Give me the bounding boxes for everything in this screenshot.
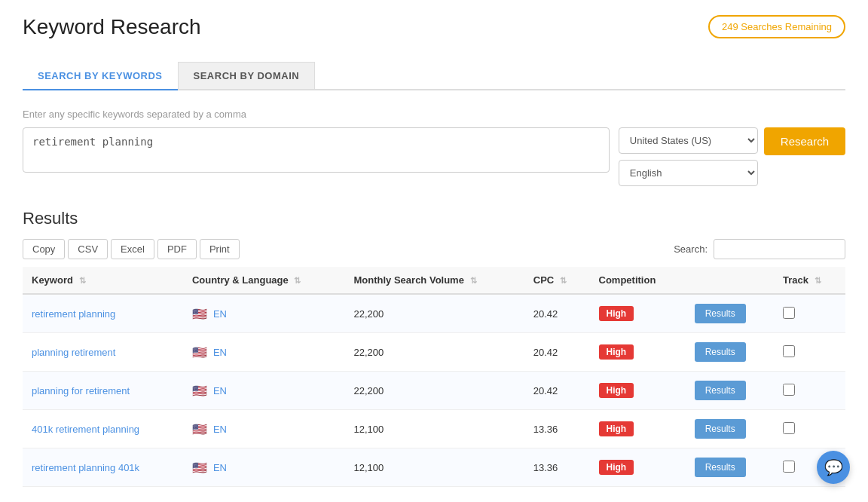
- results-button[interactable]: Results: [695, 419, 746, 439]
- col-country-language: Country & Language ⇅: [183, 267, 345, 294]
- cell-action: Results: [686, 448, 774, 487]
- search-tabs: SEARCH BY KEYWORDS SEARCH BY DOMAIN: [23, 62, 845, 90]
- cell-track: [774, 333, 845, 372]
- table-row: planning for retirement 🇺🇸 EN 22,200 20.…: [23, 372, 845, 410]
- cell-volume: 22,200: [345, 333, 524, 372]
- competition-badge: High: [599, 383, 634, 398]
- chat-icon: 💬: [824, 458, 843, 476]
- track-checkbox[interactable]: [783, 307, 795, 319]
- results-button[interactable]: Results: [695, 458, 746, 477]
- results-button[interactable]: Results: [695, 304, 746, 323]
- cell-track: [774, 372, 845, 410]
- page-title: Keyword Research: [23, 15, 201, 39]
- track-checkbox[interactable]: [783, 461, 795, 473]
- competition-badge: High: [599, 306, 634, 321]
- col-monthly-search-volume: Monthly Search Volume ⇅: [345, 267, 524, 294]
- cell-keyword: planning for retirement: [23, 372, 183, 410]
- cell-action: Results: [686, 410, 774, 448]
- print-button[interactable]: Print: [200, 239, 240, 259]
- track-checkbox[interactable]: [783, 384, 795, 396]
- search-row: retirement planning United States (US) U…: [23, 127, 845, 186]
- country-select[interactable]: United States (US) United Kingdom (UK) C…: [619, 127, 758, 154]
- language-select[interactable]: English French Spanish German: [619, 160, 758, 186]
- cell-keyword: retirement planning 401k: [23, 448, 183, 487]
- cell-competition: High: [590, 448, 686, 487]
- results-button[interactable]: Results: [695, 381, 746, 400]
- cell-cpc: 20.42: [524, 333, 590, 372]
- flag-icon: 🇺🇸: [192, 461, 207, 475]
- cell-country-language: 🇺🇸 EN: [183, 372, 345, 410]
- tab-search-by-domain[interactable]: SEARCH BY DOMAIN: [178, 62, 316, 89]
- search-description: Enter any specific keywords separated by…: [23, 109, 845, 120]
- search-controls: United States (US) United Kingdom (UK) C…: [619, 127, 845, 186]
- lang-code: EN: [213, 385, 227, 396]
- results-toolbar: Copy CSV Excel PDF Print Search:: [23, 239, 845, 259]
- keyword-link[interactable]: planning retirement: [32, 347, 115, 358]
- chat-bubble[interactable]: 💬: [817, 451, 850, 484]
- cell-country-language: 🇺🇸 EN: [183, 448, 345, 487]
- table-row: retirement planning 401k 🇺🇸 EN 12,100 13…: [23, 448, 845, 487]
- keyword-link[interactable]: 401k retirement planning: [32, 424, 139, 435]
- cell-competition: High: [590, 410, 686, 448]
- col-keyword: Keyword ⇅: [23, 267, 183, 294]
- competition-badge: High: [599, 460, 634, 475]
- searches-remaining-badge: 249 Searches Remaining: [708, 15, 845, 38]
- copy-button[interactable]: Copy: [23, 239, 65, 259]
- results-title: Results: [23, 209, 845, 228]
- results-button[interactable]: Results: [695, 342, 746, 362]
- cell-cpc: 13.36: [524, 448, 590, 487]
- search-label: Search:: [674, 243, 708, 255]
- cell-keyword: retirement planning: [23, 294, 183, 333]
- table-row: retirement planning 🇺🇸 EN 22,200 20.42 H…: [23, 294, 845, 333]
- excel-button[interactable]: Excel: [111, 239, 154, 259]
- table-header-row: Keyword ⇅ Country & Language ⇅ Monthly S…: [23, 267, 845, 294]
- cell-country-language: 🇺🇸 EN: [183, 333, 345, 372]
- cell-action: Results: [686, 333, 774, 372]
- pdf-button[interactable]: PDF: [157, 239, 197, 259]
- cell-competition: High: [590, 372, 686, 410]
- col-track: Track ⇅: [774, 267, 845, 294]
- cell-volume: 12,100: [345, 410, 524, 448]
- col-competition: Competition: [590, 267, 686, 294]
- flag-icon: 🇺🇸: [192, 307, 207, 321]
- col-cpc: CPC ⇅: [524, 267, 590, 294]
- flag-icon: 🇺🇸: [192, 384, 207, 398]
- cell-cpc: 20.42: [524, 294, 590, 333]
- export-buttons: Copy CSV Excel PDF Print: [23, 239, 240, 259]
- col-action: [686, 267, 774, 294]
- keyword-input[interactable]: retirement planning: [23, 127, 610, 173]
- track-checkbox[interactable]: [783, 345, 795, 357]
- keyword-link[interactable]: retirement planning 401k: [32, 462, 139, 473]
- competition-badge: High: [599, 421, 634, 436]
- cell-cpc: 13.36: [524, 410, 590, 448]
- lang-code: EN: [213, 308, 227, 320]
- cell-country-language: 🇺🇸 EN: [183, 294, 345, 333]
- cell-volume: 22,200: [345, 372, 524, 410]
- cell-action: Results: [686, 294, 774, 333]
- cell-action: Results: [686, 372, 774, 410]
- cell-cpc: 20.42: [524, 372, 590, 410]
- competition-badge: High: [599, 344, 634, 360]
- flag-icon: 🇺🇸: [192, 422, 207, 436]
- cell-track: [774, 410, 845, 448]
- cell-keyword: 401k retirement planning: [23, 410, 183, 448]
- flag-icon: 🇺🇸: [192, 345, 207, 360]
- cell-volume: 12,100: [345, 448, 524, 487]
- lang-code: EN: [213, 347, 227, 358]
- lang-code: EN: [213, 424, 227, 435]
- cell-competition: High: [590, 333, 686, 372]
- results-table: Keyword ⇅ Country & Language ⇅ Monthly S…: [23, 267, 845, 487]
- cell-competition: High: [590, 294, 686, 333]
- table-row: planning retirement 🇺🇸 EN 22,200 20.42 H…: [23, 333, 845, 372]
- lang-code: EN: [213, 462, 227, 473]
- csv-button[interactable]: CSV: [68, 239, 108, 259]
- tab-search-by-keywords[interactable]: SEARCH BY KEYWORDS: [23, 62, 178, 90]
- track-checkbox[interactable]: [783, 422, 795, 434]
- keyword-link[interactable]: retirement planning: [32, 308, 115, 320]
- table-search-input[interactable]: [714, 239, 845, 259]
- keyword-link[interactable]: planning for retirement: [32, 385, 130, 396]
- cell-country-language: 🇺🇸 EN: [183, 410, 345, 448]
- table-search-row: Search:: [674, 239, 845, 259]
- cell-volume: 22,200: [345, 294, 524, 333]
- research-button[interactable]: Research: [764, 127, 845, 155]
